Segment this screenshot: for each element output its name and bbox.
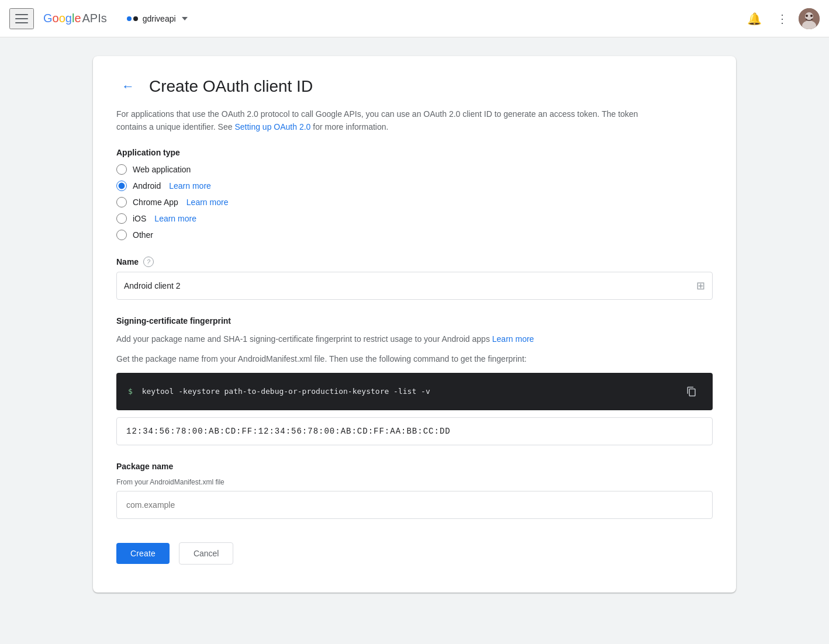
- package-input[interactable]: [126, 500, 703, 510]
- top-nav: Google APIs gdriveapi 🔔 ⋮: [0, 0, 829, 37]
- project-name: gdriveapi: [143, 14, 176, 23]
- more-options-button[interactable]: ⋮: [771, 7, 794, 30]
- radio-web-label: Web application: [133, 165, 191, 174]
- android-learn-more-link[interactable]: Learn more: [169, 181, 211, 191]
- nav-icons: 🔔 ⋮: [742, 7, 820, 30]
- code-prompt: $: [128, 387, 133, 396]
- avatar[interactable]: [799, 8, 820, 29]
- main-wrapper: ← Create OAuth client ID For application…: [0, 37, 829, 611]
- package-sublabel: From your AndroidManifest.xml file: [116, 478, 713, 486]
- page-header: ← Create OAuth client ID: [116, 75, 713, 98]
- project-dots-icon: [127, 16, 138, 21]
- button-row: Create Cancel: [116, 542, 713, 565]
- radio-ios-label: iOS: [133, 214, 146, 223]
- cancel-button[interactable]: Cancel: [179, 542, 234, 565]
- code-command: $ keytool -keystore path-to-debug-or-pro…: [128, 387, 682, 396]
- page-title: Create OAuth client ID: [149, 77, 313, 96]
- google-apis-logo: Google APIs: [43, 12, 107, 25]
- code-block: $ keytool -keystore path-to-debug-or-pro…: [116, 373, 713, 410]
- oauth-setup-link[interactable]: Setting up OAuth 2.0: [234, 122, 310, 131]
- radio-chrome-label: Chrome App: [133, 198, 178, 207]
- fingerprint-section: Signing-certificate fingerprint Add your…: [116, 316, 713, 445]
- package-label: Package name: [116, 462, 713, 471]
- radio-ios[interactable]: iOS Learn more: [116, 213, 713, 224]
- name-field-section: Name ? ⊞: [116, 257, 713, 300]
- fingerprint-input-wrapper: [116, 417, 713, 445]
- radio-android[interactable]: Android Learn more: [116, 181, 713, 191]
- project-selector[interactable]: gdriveapi: [121, 11, 194, 27]
- name-input[interactable]: [124, 272, 696, 299]
- create-button[interactable]: Create: [116, 543, 170, 564]
- hamburger-menu[interactable]: [9, 8, 34, 29]
- fingerprint-desc2: Get the package name from your AndroidMa…: [116, 352, 713, 365]
- radio-other-label: Other: [133, 230, 153, 240]
- radio-android-label: Android: [133, 181, 161, 191]
- svg-point-3: [806, 15, 808, 17]
- radio-ios-input[interactable]: [116, 213, 127, 224]
- application-type-section: Application type Web application Android…: [116, 148, 713, 240]
- package-section: Package name From your AndroidManifest.x…: [116, 462, 713, 519]
- radio-other-input[interactable]: [116, 230, 127, 240]
- list-icon: ⊞: [696, 279, 705, 292]
- ios-learn-more-link[interactable]: Learn more: [154, 214, 196, 223]
- radio-web-input[interactable]: [116, 164, 127, 175]
- radio-group: Web application Android Learn more Chrom…: [116, 164, 713, 240]
- copy-command-button[interactable]: [682, 382, 701, 401]
- fingerprint-learn-more-link[interactable]: Learn more: [492, 334, 534, 344]
- content-card: ← Create OAuth client ID For application…: [93, 56, 736, 593]
- svg-point-4: [810, 15, 813, 17]
- fingerprint-label: Signing-certificate fingerprint: [116, 316, 713, 326]
- name-label-row: Name ?: [116, 257, 713, 267]
- name-label: Name: [116, 257, 139, 266]
- chrome-learn-more-link[interactable]: Learn more: [186, 198, 229, 207]
- radio-other[interactable]: Other: [116, 230, 713, 240]
- chevron-down-icon: [182, 17, 188, 20]
- radio-android-input[interactable]: [116, 181, 127, 191]
- page-description: For applications that use the OAuth 2.0 …: [116, 108, 643, 134]
- app-type-label: Application type: [116, 148, 713, 157]
- fingerprint-desc: Add your package name and SHA-1 signing-…: [116, 333, 713, 345]
- radio-chrome[interactable]: Chrome App Learn more: [116, 197, 713, 207]
- name-input-wrapper: ⊞: [116, 272, 713, 300]
- name-help-icon[interactable]: ?: [143, 257, 154, 267]
- notifications-button[interactable]: 🔔: [742, 7, 766, 30]
- fingerprint-input[interactable]: [126, 427, 703, 436]
- radio-chrome-input[interactable]: [116, 197, 127, 207]
- package-input-wrapper: [116, 491, 713, 519]
- back-button[interactable]: ←: [116, 75, 140, 98]
- radio-web[interactable]: Web application: [116, 164, 713, 175]
